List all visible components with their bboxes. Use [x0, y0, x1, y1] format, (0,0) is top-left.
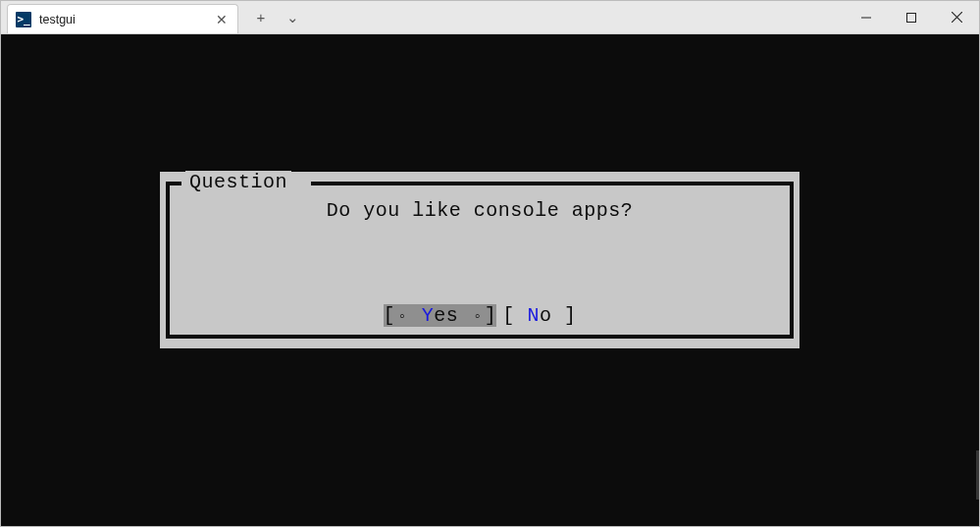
tab-dropdown-button[interactable]: ⌄ [284, 1, 301, 33]
window-titlebar: >_ testgui ✕ + ⌄ [1, 1, 979, 34]
dialog-title: Question [185, 171, 291, 193]
tab-title: testgui [39, 13, 206, 26]
scrollbar-thumb[interactable] [976, 450, 979, 500]
question-dialog: Question Do you like console apps? [◦ Ye… [160, 172, 799, 348]
terminal-viewport[interactable]: Question Do you like console apps? [◦ Ye… [1, 34, 979, 526]
powershell-icon: >_ [16, 12, 31, 27]
minimize-button[interactable] [844, 1, 889, 33]
svg-rect-0 [907, 13, 916, 22]
dialog-buttons: [◦ Yes ◦] [ No ] [160, 304, 799, 327]
window-controls [844, 1, 979, 33]
maximize-button[interactable] [889, 1, 934, 33]
close-tab-button[interactable]: ✕ [214, 12, 230, 27]
close-window-button[interactable] [934, 1, 979, 33]
tab-strip-controls: + ⌄ [238, 1, 301, 33]
yes-button[interactable]: [◦ Yes ◦] [384, 304, 497, 327]
no-button[interactable]: [ No ] [502, 304, 576, 327]
dialog-message: Do you like console apps? [160, 199, 799, 222]
tab-strip: >_ testgui ✕ + ⌄ [1, 1, 301, 33]
new-tab-button[interactable]: + [252, 1, 270, 33]
tab-testgui[interactable]: >_ testgui ✕ [7, 4, 238, 33]
